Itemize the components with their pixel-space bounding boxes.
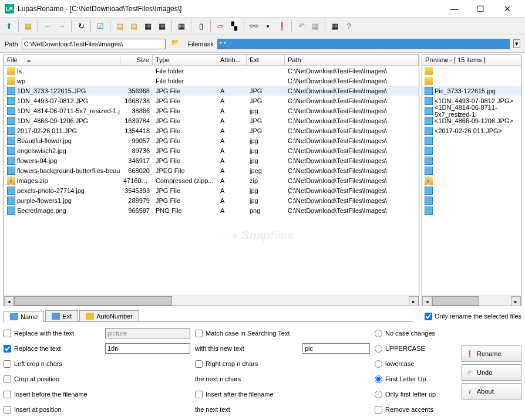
column-size[interactable]: Size — [120, 55, 153, 65]
grid2-icon[interactable]: ▦ — [156, 20, 169, 33]
list-item[interactable] — [422, 145, 521, 155]
remove-accents-checkbox[interactable]: Remove accents — [375, 404, 457, 415]
with-new-text-input[interactable] — [302, 343, 370, 354]
list-item[interactable] — [422, 76, 521, 86]
right-crop-checkbox[interactable]: Right crop n chars — [195, 358, 298, 369]
replace-the-input[interactable] — [105, 343, 190, 354]
cmd-icon[interactable]: ▪ — [261, 20, 274, 33]
insert-before-checkbox[interactable]: Insert before the filename — [4, 389, 100, 399]
list-item[interactable] — [422, 136, 521, 145]
column-path[interactable]: Path — [285, 55, 419, 65]
preview-header[interactable]: Preview - [ 15 items ] — [422, 55, 521, 66]
list-item[interactable] — [422, 175, 521, 185]
list-item[interactable] — [422, 155, 521, 165]
column-attrib[interactable]: Attrib... — [217, 55, 247, 65]
column-type[interactable]: Type — [153, 55, 217, 65]
table-row[interactable]: 1DN_4814-06-0711-5x7_resized-1.j...38866… — [4, 106, 419, 116]
grid1-icon[interactable]: ▦ — [142, 20, 154, 33]
tab-autonumber[interactable]: AutoNumber — [79, 310, 139, 321]
back-icon[interactable]: ← — [41, 20, 54, 33]
table-row[interactable]: 1DN_3733-122615.JPG356968JPG FileAJPGC:\… — [4, 86, 419, 96]
table-row[interactable]: flowers-background-butterflies-beau...66… — [4, 165, 419, 175]
list-item[interactable] — [422, 185, 521, 195]
case-none-radio[interactable]: No case changes — [375, 328, 457, 338]
list-remove-icon[interactable]: ▤ — [127, 20, 140, 33]
table-row[interactable]: purple-flowers1.jpg288979JPG FileAjpgC:\… — [4, 195, 419, 205]
left-crop-checkbox[interactable]: Left crop n chars — [4, 358, 100, 369]
list-item[interactable]: Pic_3733-122615.jpg — [422, 86, 521, 96]
replace-with-text-checkbox[interactable]: Replace with the text — [4, 328, 100, 338]
replace-with-input[interactable] — [105, 328, 190, 338]
list-item[interactable]: <2017-02-26 011.JPG> — [422, 126, 521, 136]
tab-name[interactable]: Name — [4, 311, 44, 322]
scroll-thumb[interactable] — [432, 296, 479, 306]
table-row[interactable]: 1DN_4493-07-0812.JPG1668738JPG FileAJPGC… — [4, 96, 419, 106]
scroll-thumb[interactable] — [14, 296, 172, 306]
replace-the-text-checkbox[interactable]: Replace the text — [4, 343, 100, 354]
table-row[interactable]: wpFile folderC:\NetDownload\TestFiles\Im… — [4, 76, 419, 86]
doc-icon[interactable]: ▯ — [194, 20, 207, 33]
tree-icon[interactable]: ▦ — [22, 20, 35, 33]
rename-button[interactable]: ❗Rename — [462, 346, 521, 362]
path-input[interactable] — [22, 39, 166, 49]
undo-button[interactable]: ↶Undo — [462, 364, 521, 381]
color-icon[interactable]: ▚ — [228, 20, 241, 33]
grid3-icon[interactable]: ▦ — [175, 20, 188, 33]
table-row[interactable]: Beautiful-flower.jpg99057JPG FileAjpgC:\… — [4, 136, 419, 145]
img-icon — [7, 107, 15, 115]
list-add-icon[interactable]: ▤ — [113, 20, 126, 33]
column-ext[interactable]: Ext — [247, 55, 285, 65]
up-icon[interactable]: ⬆ — [2, 20, 15, 33]
case-upper-radio[interactable]: UPPERCASE — [375, 343, 457, 354]
case-first-radio[interactable]: First Letter Up — [375, 374, 457, 384]
maximize-button[interactable]: ☐ — [467, 1, 494, 17]
table-row[interactable]: images.zip47160266Compressed (zipp...Azi… — [4, 175, 419, 185]
help-icon[interactable]: ? — [342, 20, 355, 33]
match-case-checkbox[interactable]: Match case in Searching Text — [195, 328, 298, 338]
only-rename-checkbox[interactable]: Only rename the selected files — [425, 313, 521, 320]
filemask-input[interactable] — [217, 39, 510, 49]
table-row[interactable]: 2017-02-26 011.JPG1354418JPG FileAJPGC:\… — [4, 126, 419, 136]
options-icon[interactable]: ▦ — [328, 20, 341, 33]
table-row[interactable]: SecretImage.png966587PNG FileApngC:\NetD… — [4, 205, 419, 215]
export-icon[interactable]: ▱ — [214, 20, 227, 33]
tab-ext[interactable]: Ext — [45, 310, 78, 321]
case-lower-radio[interactable]: lowercase — [375, 358, 457, 369]
table-row[interactable]: lsFile folderC:\NetDownload\TestFiles\Im… — [4, 66, 419, 76]
minimize-button[interactable]: — — [441, 1, 467, 17]
file-type: File folder — [153, 77, 217, 84]
horizontal-scrollbar[interactable]: ◂ ▸ — [4, 296, 419, 306]
table-row[interactable]: engelswisch2.jpg89736JPG FileAjpgC:\NetD… — [4, 145, 419, 155]
filemask-dropdown-icon[interactable]: ▾ — [513, 39, 520, 48]
list-item[interactable] — [422, 66, 521, 76]
table-row[interactable]: 1DN_4866-09-1206.JPG1639784JPG FileAJPGC… — [4, 116, 419, 126]
list-item[interactable]: <1DN_4866-09-1206.JPG> — [422, 116, 521, 126]
list-item[interactable] — [422, 195, 521, 205]
table-row[interactable]: flowers-04.jpg346917JPG FileAjpgC:\NetDo… — [4, 155, 419, 165]
scroll-right-icon[interactable]: ▸ — [409, 296, 419, 306]
refresh-icon[interactable]: ↻ — [75, 20, 88, 33]
list-item[interactable]: <1DN_4814-06-0711-5x7_resized-1. — [422, 106, 521, 116]
open-folder-icon[interactable]: 📂 — [171, 39, 182, 49]
about-button[interactable]: iAbout — [462, 383, 521, 399]
preview-scrollbar[interactable]: ◂ ▸ — [422, 296, 521, 306]
scroll-left-icon[interactable]: ◂ — [422, 296, 432, 306]
insert-after-checkbox[interactable]: Insert after the filename — [195, 389, 298, 399]
table-row[interactable]: pexels-photo-27714.jpg3545393JPG FileAjp… — [4, 185, 419, 195]
glasses-icon[interactable]: 👓 — [247, 20, 260, 33]
case-only-first-radio[interactable]: Only first letter up — [375, 389, 457, 399]
insert-at-checkbox[interactable]: Insert at position — [4, 404, 100, 415]
exclaim-icon[interactable]: ❗ — [275, 20, 288, 33]
check-icon[interactable]: ☑ — [94, 20, 107, 33]
scroll-left-icon[interactable]: ◂ — [4, 296, 14, 306]
column-file[interactable]: File — [4, 55, 120, 65]
undo-icon[interactable]: ↶ — [295, 20, 308, 33]
crop-at-checkbox[interactable]: Crop at position — [4, 374, 100, 384]
list-item[interactable] — [422, 205, 521, 215]
forward-icon[interactable]: → — [55, 20, 68, 33]
scroll-right-icon[interactable]: ▸ — [511, 296, 521, 306]
file-type: JPG File — [153, 197, 217, 204]
list-item[interactable] — [422, 165, 521, 175]
close-button[interactable]: ✕ — [494, 1, 520, 17]
redo-icon[interactable]: ▦ — [309, 20, 322, 33]
